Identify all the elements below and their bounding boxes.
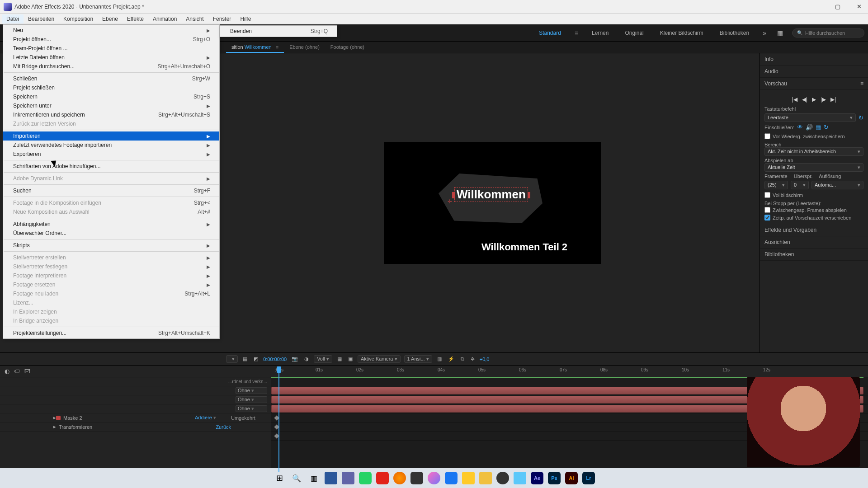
tab-menu-icon[interactable]: ≡ [276,44,278,50]
panel-align[interactable]: Ausrichten [760,236,868,249]
menu-item[interactable]: Schriftarten von Adobe hinzufügen... [3,162,219,171]
menu-effekte[interactable]: Effekte [123,14,148,23]
move-time-checkbox[interactable] [764,215,770,221]
taskbar-ai-icon[interactable]: Ai [565,472,578,484]
refresh-icon[interactable]: ↻ [824,124,829,131]
workspace-lernen[interactable]: Lernen [588,28,612,38]
workspace-more-icon[interactable]: » [761,28,768,38]
minimize-button[interactable]: — [810,2,821,11]
menu-item[interactable]: Mit Bridge durchsuchen...Strg+Alt+Umscha… [3,62,219,71]
resolution-select[interactable]: Automa... [811,181,863,189]
menu-item[interactable]: Zuletzt verwendetes Footage importieren▶ [3,141,219,150]
last-frame-button[interactable]: ▶| [830,96,836,103]
menu-hilfe[interactable]: Hilfe [236,14,255,23]
panel-preview[interactable]: Vorschau ≡ [760,78,868,90]
menu-komposition[interactable]: Komposition [59,14,98,23]
taskbar-ae-icon[interactable]: Ae [531,472,543,484]
taskbar-lr-icon[interactable]: Lr [582,472,595,484]
taskbar-facebook-icon[interactable] [445,472,458,484]
layer-row[interactable]: Ohne [0,386,271,395]
mask-icon[interactable]: ◩ [252,356,259,362]
timecode-display[interactable]: 0:00:00:00 [263,357,287,362]
menu-item[interactable]: Projekt schließen [3,83,219,92]
cache-before-play-checkbox[interactable] [764,133,770,139]
layer-row[interactable]: Ohne [0,404,271,413]
menu-animation[interactable]: Animation [148,14,181,23]
fullscreen-checkbox[interactable] [764,192,770,198]
panel-audio[interactable]: Audio [760,66,868,78]
taskbar-explorer-icon[interactable] [462,472,475,484]
flowchart-icon[interactable]: ✲ [469,356,476,362]
region-icon[interactable]: ▣ [347,356,354,362]
menu-item[interactable]: Letzte Dateien öffnen▶ [3,53,219,62]
snapshot-icon[interactable]: 📷 [290,356,299,362]
fast-preview-icon[interactable]: ⚡ [447,356,456,362]
mask-mode-select[interactable]: Addiere [195,415,231,421]
workspace-panel-icon[interactable]: ▦ [775,28,785,38]
workspace-original[interactable]: Original [621,28,647,38]
menu-item[interactable]: Importieren▶ [3,131,219,141]
overlay-icon[interactable]: ▦ [816,124,821,131]
next-frame-button[interactable]: |▶ [821,96,826,103]
menu-item[interactable]: Speichern unter▶ [3,101,219,110]
help-search-input[interactable]: Hilfe durchsuchen [792,28,864,38]
taskbar-teams-icon[interactable] [342,472,354,484]
parent-select[interactable]: Ohne [236,405,267,412]
taskbar-taskview-icon[interactable]: ▥ [307,472,320,484]
menu-ansicht[interactable]: Ansicht [181,14,208,23]
parent-select[interactable]: Ohne [236,396,267,403]
tl-graph-icon[interactable]: 🗠 [24,368,30,375]
composition-canvas[interactable]: Willkommen Willkommen Teil 2 [384,142,601,264]
menu-item[interactable]: Abhängigkeiten▶ [3,220,219,229]
range-select[interactable]: Akt. Zeit nicht in Arbeitsbereich [764,147,863,156]
menu-item[interactable]: Neu▶ [3,26,219,35]
taskbar-notes-icon[interactable] [514,472,526,484]
menu-item-beenden[interactable]: Beenden Strg+Q [220,27,337,36]
skip-select[interactable]: 0 [791,181,809,189]
taskbar-obs-icon[interactable] [496,472,509,484]
menu-datei[interactable]: Datei [2,14,24,23]
transform-row[interactable]: ▸ Transformieren Zurück [0,422,271,432]
text-layer-willkommen[interactable]: Willkommen [454,187,528,202]
workspace-bibliotheken[interactable]: Bibliotheken [716,28,753,38]
framerate-select[interactable]: (25) [764,181,788,189]
layer-row[interactable]: Ohne [0,395,271,404]
menu-item[interactable]: Inkrementieren und speichernStrg+Alt+Ums… [3,110,219,119]
menu-ebene[interactable]: Ebene [98,14,123,23]
taskbar-app3-icon[interactable] [410,472,423,484]
playfrom-select[interactable]: Aktuelle Zeit [764,163,863,172]
menu-item[interactable]: Projekt öffnen...Strg+O [3,35,219,44]
views-select[interactable]: 1 Ansi... [404,355,432,363]
tab-composition-willkommen[interactable]: sition Willkommen ≡ [226,42,284,53]
panel-effects[interactable]: Effekte und Vorgaben [760,224,868,236]
taskbar-firefox-icon[interactable] [393,472,406,484]
taskbar-app4-icon[interactable] [479,472,492,484]
menu-item[interactable]: Exportieren▶ [3,150,219,159]
mask-invert-label[interactable]: Umgekehrt [231,415,267,421]
menu-fenster[interactable]: Fenster [208,14,236,23]
shortcut-select[interactable]: Leertaste [764,113,856,122]
menu-item[interactable]: SchließenStrg+W [3,74,219,83]
menu-item[interactable]: Skripts▶ [3,241,219,250]
tab-footage[interactable]: Footage (ohne) [325,42,370,53]
taskbar-app2-icon[interactable] [376,472,389,484]
taskbar-app-icon[interactable] [325,472,337,484]
workspace-kleiner-bildschirm[interactable]: Kleiner Bildschirm [656,28,707,38]
first-frame-button[interactable]: |◀ [792,96,797,103]
tl-tag-icon[interactable]: 🏷 [14,368,20,375]
taskbar-ps-icon[interactable]: Ps [548,472,561,484]
pixel-aspect-icon[interactable]: ▥ [436,356,443,362]
playhead[interactable] [276,366,282,377]
audio-icon[interactable]: 🔊 [806,124,813,131]
magnification-select[interactable] [226,355,238,363]
workspace-standard[interactable]: Standard [535,28,565,38]
grid-icon[interactable]: ▦ [241,356,249,362]
menu-item[interactable]: SpeichernStrg+S [3,92,219,101]
menu-item[interactable]: Team-Projekt öffnen ... [3,44,219,53]
menu-item[interactable]: Projekteinstellungen...Strg+Alt+Umschalt… [3,328,219,338]
cached-frames-checkbox[interactable] [764,207,770,213]
anchor-icon[interactable] [448,197,452,202]
panel-info[interactable]: Info [760,53,868,66]
panel-menu-icon[interactable]: ≡ [860,80,863,87]
transparency-icon[interactable]: ▦ [336,356,343,362]
